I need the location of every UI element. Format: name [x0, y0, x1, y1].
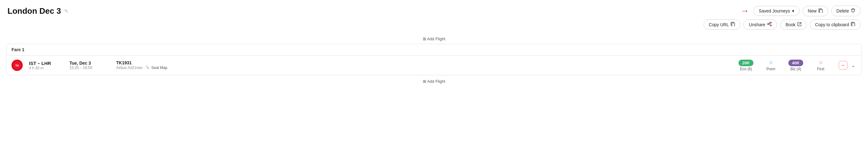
secondary-actions-row: Copy URL Unshare Book — [0, 19, 868, 34]
first-x: ✕ — [818, 59, 823, 66]
arrow-indicator: → — [740, 6, 749, 16]
svg-line-11 — [799, 23, 801, 24]
delete-button[interactable]: Delete — [831, 6, 861, 16]
add-flight-top-label: ⊞ Add Flight — [423, 36, 445, 41]
fare-biz: 40K Biz (4) — [786, 60, 805, 71]
book-label: Book — [785, 22, 796, 27]
page-title: London Dec 3 — [7, 6, 61, 16]
copy-url-label: Copy URL — [709, 22, 729, 27]
edit-icon[interactable]: ✎ — [64, 8, 68, 14]
row-actions: − ⌄ — [839, 61, 857, 70]
new-button[interactable]: New — [803, 6, 828, 16]
airline-logo: TK — [11, 60, 23, 71]
unshare-icon — [767, 22, 772, 27]
first-label: First — [817, 67, 824, 71]
delete-label: Delete — [837, 8, 849, 14]
saved-journeys-button[interactable]: Saved Journeys ▾ — [753, 6, 799, 16]
copy-clipboard-label: Copy to clipboard — [815, 22, 849, 27]
aircraft-name: Airbus A321neo — [116, 65, 143, 70]
flight-details: TK1931 Airbus A321neo · Seat Map — [116, 60, 731, 70]
flight-aircraft: Airbus A321neo · Seat Map — [116, 65, 731, 70]
flight-date: Tue, Dec 3 — [69, 60, 110, 65]
book-button[interactable]: Book — [780, 20, 807, 30]
fare-eco: 20K Eco (6) — [737, 60, 755, 71]
prem-x: ✕ — [769, 59, 773, 66]
biz-label: Biz (4) — [790, 67, 801, 71]
copy-url-icon — [731, 22, 735, 27]
svg-point-16 — [147, 65, 147, 66]
add-flight-bottom-label: ⊞ Add Flight — [423, 79, 445, 84]
expand-button[interactable]: ⌄ — [850, 61, 857, 70]
svg-rect-13 — [852, 23, 855, 27]
flight-time: 15:25 – 16:55 — [69, 65, 110, 70]
unshare-button[interactable]: Unshare — [743, 19, 777, 30]
copy-clipboard-icon — [851, 22, 855, 27]
eco-label: Eco (6) — [740, 67, 752, 71]
copy-url-button[interactable]: Copy URL — [704, 19, 741, 30]
book-icon — [797, 22, 801, 27]
saved-journeys-chevron: ▾ — [792, 8, 794, 14]
svg-rect-1 — [819, 9, 822, 13]
svg-rect-3 — [732, 23, 735, 27]
prem-label: Prem — [767, 67, 776, 71]
svg-line-8 — [769, 24, 770, 25]
route-duration: 4 h 30 m — [29, 66, 63, 70]
svg-point-4 — [768, 23, 769, 25]
dot-separator: · — [144, 65, 145, 70]
title-area: London Dec 3 ✎ — [7, 6, 68, 16]
new-icon — [818, 8, 823, 14]
flight-row: TK IST – LHR 4 h 30 m Tue, Dec 3 15:25 –… — [6, 56, 862, 75]
saved-journeys-label: Saved Journeys — [759, 8, 790, 14]
add-flight-top[interactable]: ⊞ Add Flight — [0, 34, 868, 44]
seat-icon — [146, 65, 150, 70]
copy-clipboard-button[interactable]: Copy to clipboard — [810, 19, 861, 30]
route-info: IST – LHR 4 h 30 m — [29, 60, 63, 70]
flight-number: TK1931 — [116, 60, 731, 65]
seat-map-link[interactable]: Seat Map — [151, 65, 167, 70]
fare-section: Fare 1 TK IST – LHR 4 h 30 m Tue, Dec 3 … — [6, 44, 862, 75]
fare-first: ✕ First — [811, 59, 830, 71]
remove-flight-button[interactable]: − — [839, 61, 847, 70]
unshare-label: Unshare — [749, 22, 765, 27]
eco-badge[interactable]: 20K — [739, 60, 753, 66]
header-row: London Dec 3 ✎ → Saved Journeys ▾ New De… — [0, 0, 868, 19]
minus-icon: − — [841, 62, 845, 69]
new-label: New — [808, 8, 817, 14]
add-flight-bottom[interactable]: ⊞ Add Flight — [0, 77, 868, 86]
fare-options: 20K Eco (6) ✕ Prem 40K Biz (4) ✕ First — [737, 59, 830, 71]
date-info: Tue, Dec 3 15:25 – 16:55 — [69, 60, 110, 70]
biz-badge[interactable]: 40K — [788, 60, 803, 66]
fare-prem: ✕ Prem — [762, 59, 780, 71]
route-main: IST – LHR — [29, 60, 63, 66]
delete-icon — [851, 8, 855, 14]
fare-header: Fare 1 — [6, 44, 862, 56]
svg-text:TK: TK — [15, 64, 19, 67]
header-actions: → Saved Journeys ▾ New Delete — [740, 6, 861, 16]
svg-point-6 — [770, 25, 772, 26]
